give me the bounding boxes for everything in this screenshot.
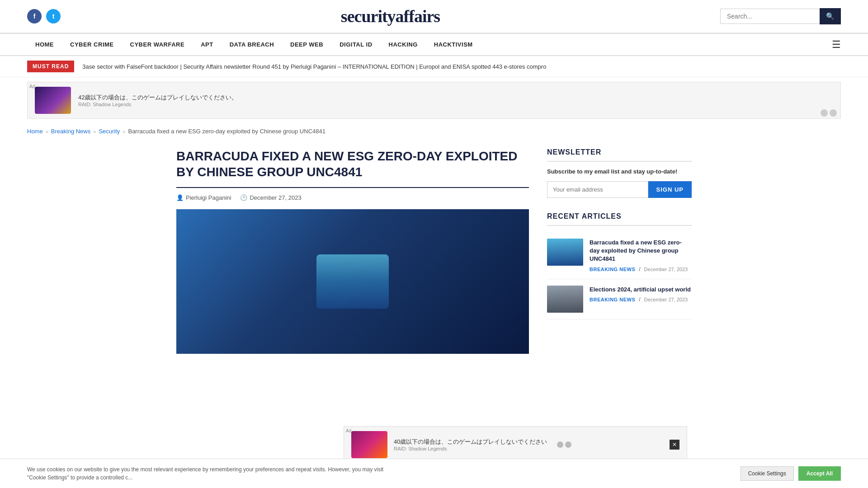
breadcrumb-breaking-news[interactable]: Breaking News <box>51 128 90 135</box>
nav-deep-web[interactable]: DEEP WEB <box>282 34 331 55</box>
breadcrumb-sep-2: » <box>93 129 96 134</box>
recent-article-item-2: Elections 2024, artificial upset world B… <box>547 279 692 319</box>
newsletter-description: Subscribe to my email list and stay up-t… <box>547 168 692 175</box>
breadcrumb: Home » Breaking News » Security » Barrac… <box>0 123 868 139</box>
breadcrumb-home[interactable]: Home <box>27 128 43 135</box>
facebook-icon[interactable]: f <box>27 9 42 23</box>
nav-digital-id[interactable]: DIGITAL ID <box>331 34 380 55</box>
breadcrumb-security[interactable]: Security <box>99 128 120 135</box>
ad-icons-top <box>821 109 837 117</box>
newsletter-title: NEWSLETTER <box>547 148 692 162</box>
nav-home[interactable]: HOME <box>27 34 62 55</box>
recent-articles-section: RECENT ARTICLES Barracuda fixed a new ES… <box>547 212 692 319</box>
recent-article-cat-1[interactable]: BREAKING NEWS <box>590 267 635 272</box>
sidebar: NEWSLETTER Subscribe to my email list an… <box>547 148 692 354</box>
social-icons: f t <box>27 9 61 23</box>
ad-image-top <box>35 87 71 114</box>
recent-article-date-1: December 27, 2023 <box>644 267 688 272</box>
ad-label-top: Ad <box>29 84 35 89</box>
article-area: BARRACUDA FIXED A NEW ESG ZERO-DAY EXPLO… <box>176 148 529 354</box>
recent-article-meta-1: BREAKING NEWS / December 27, 2023 <box>590 266 692 272</box>
site-logo[interactable]: securityaffairs <box>341 6 440 26</box>
must-read-badge: MUST READ <box>27 61 74 72</box>
search-button[interactable]: 🔍 <box>820 8 841 24</box>
main-layout: BARRACUDA FIXED A NEW ESG ZERO-DAY EXPLO… <box>149 139 719 367</box>
newsletter-section: NEWSLETTER Subscribe to my email list an… <box>547 148 692 198</box>
ticker-text: 3ase sector with FalseFont backdoor | Se… <box>82 63 546 70</box>
nav-apt[interactable]: APT <box>193 34 222 55</box>
recent-article-cat-2[interactable]: BREAKING NEWS <box>590 297 635 302</box>
search-input[interactable] <box>720 9 820 24</box>
signup-button[interactable]: SIGN UP <box>648 181 692 198</box>
breadcrumb-sep-1: » <box>46 129 48 134</box>
recent-article-content-2: Elections 2024, artificial upset world B… <box>590 286 691 313</box>
article-date: 🕐 December 27, 2023 <box>240 194 301 201</box>
date-icon: 🕐 <box>240 194 247 201</box>
search-bar: 🔍 <box>720 8 841 24</box>
recent-articles-title: RECENT ARTICLES <box>547 212 692 226</box>
recent-article-title-1[interactable]: Barracuda fixed a new ESG zero-day explo… <box>590 239 692 263</box>
ad-text-top: 42歳以下の場合は、このゲームはプレイしないでください。 RAID: Shado… <box>78 94 237 107</box>
author-icon: 👤 <box>176 194 184 201</box>
nav-cyber-crime[interactable]: CYBER CRIME <box>62 34 122 55</box>
nav-bar: HOME CYBER CRIME CYBER WARFARE APT DATA … <box>0 33 868 56</box>
breadcrumb-current: Barracuda fixed a new ESG zero-day explo… <box>128 128 325 135</box>
recent-article-content-1: Barracuda fixed a new ESG zero-day explo… <box>590 239 692 272</box>
article-title: BARRACUDA FIXED A NEW ESG ZERO-DAY EXPLO… <box>176 148 529 188</box>
recent-article-date-2: December 27, 2023 <box>644 297 688 302</box>
hamburger-menu[interactable]: ☰ <box>832 39 841 51</box>
recent-article-meta-2: BREAKING NEWS / December 27, 2023 <box>590 296 691 303</box>
article-image <box>176 209 529 354</box>
nav-cyber-warfare[interactable]: CYBER WARFARE <box>122 34 193 55</box>
email-row: SIGN UP <box>547 181 692 198</box>
recent-article-item: Barracuda fixed a new ESG zero-day explo… <box>547 232 692 279</box>
nav-hacktivism[interactable]: HACKTIVISM <box>426 34 481 55</box>
article-meta: 👤 Pierluigi Paganini 🕐 December 27, 2023 <box>176 194 529 201</box>
meta-sep-2: / <box>639 296 640 303</box>
ticker-bar: MUST READ 3ase sector with FalseFont bac… <box>0 56 868 77</box>
email-input[interactable] <box>547 181 648 198</box>
nav-data-breach[interactable]: DATA BREACH <box>222 34 282 55</box>
recent-article-thumb-2 <box>547 286 583 313</box>
nav-hacking[interactable]: HACKING <box>381 34 426 55</box>
meta-sep-1: / <box>639 266 640 272</box>
top-bar: f t securityaffairs 🔍 <box>0 0 868 33</box>
recent-article-title-2[interactable]: Elections 2024, artificial upset world <box>590 286 691 294</box>
breadcrumb-sep-3: » <box>123 129 125 134</box>
twitter-icon[interactable]: t <box>46 9 61 23</box>
article-image-content <box>316 254 389 309</box>
ad-banner-top: Ad 42歳以下の場合は、このゲームはプレイしないでください。 RAID: Sh… <box>27 82 841 119</box>
article-author: 👤 Pierluigi Paganini <box>176 194 231 201</box>
recent-article-thumb-1 <box>547 239 583 266</box>
